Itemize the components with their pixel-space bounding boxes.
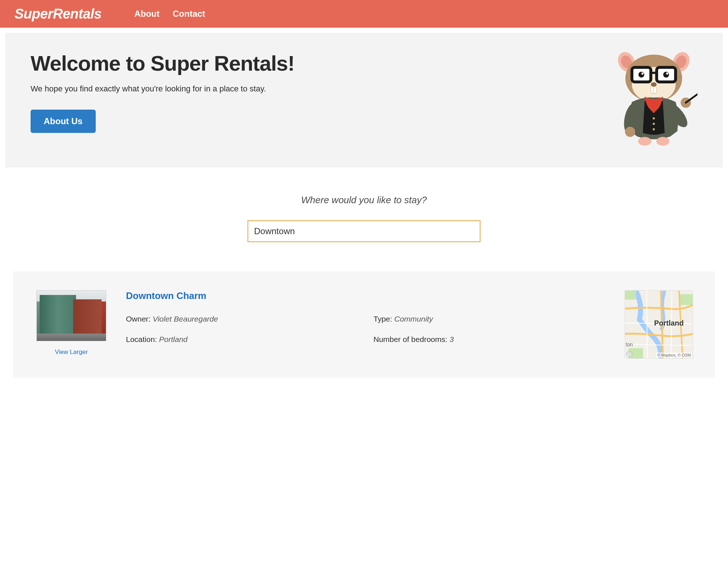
logo[interactable]: SuperRentals — [15, 6, 102, 22]
detail-location-value: Portland — [159, 335, 187, 343]
view-larger-link[interactable]: View Larger — [55, 349, 88, 356]
jumbo: Welcome to Super Rentals! We hope you fi… — [5, 33, 723, 168]
svg-line-23 — [686, 91, 697, 103]
listing-details: Downtown Charm Owner: Violet Beauregarde… — [126, 290, 606, 359]
listing-title[interactable]: Downtown Charm — [126, 290, 606, 302]
map-info-icon[interactable]: ⓘ — [626, 351, 632, 357]
detail-bedrooms: Number of bedrooms: 3 — [373, 335, 606, 344]
listing-map[interactable]: Portland ton © Mapbox, © OSM ⓘ — [625, 290, 693, 359]
detail-owner: Owner: Violet Beauregarde — [126, 315, 359, 323]
detail-location: Location: Portland — [126, 335, 359, 344]
jumbo-title: Welcome to Super Rentals! — [31, 51, 294, 75]
listing-image-column: View Larger — [35, 290, 108, 359]
svg-rect-28 — [679, 294, 693, 305]
detail-type-value: Community — [394, 315, 433, 323]
svg-rect-27 — [625, 291, 636, 300]
search-section: Where would you like to stay? — [0, 173, 728, 260]
about-us-button[interactable]: About Us — [31, 110, 96, 133]
detail-bedrooms-label: Number of bedrooms: — [373, 335, 447, 343]
map-alt-label: ton — [626, 342, 633, 347]
detail-type: Type: Community — [373, 315, 606, 323]
svg-point-24 — [638, 137, 651, 146]
search-input[interactable] — [248, 220, 480, 242]
svg-point-9 — [638, 72, 644, 78]
svg-point-11 — [641, 72, 644, 75]
svg-point-16 — [653, 117, 655, 119]
svg-point-18 — [653, 128, 655, 130]
nav-links: About Contact — [134, 9, 205, 19]
map-city-label: Portland — [654, 319, 684, 327]
detail-owner-label: Owner: — [126, 315, 151, 323]
listing: View Larger Downtown Charm Owner: Violet… — [13, 271, 715, 378]
detail-location-label: Location: — [126, 335, 157, 343]
svg-point-13 — [651, 82, 657, 87]
map-attribution: © Mapbox, © OSM — [656, 353, 692, 358]
topbar: SuperRentals About Contact — [0, 0, 728, 28]
details-grid: Owner: Violet Beauregarde Type: Communit… — [126, 315, 606, 344]
detail-owner-value: Violet Beauregarde — [153, 315, 218, 323]
detail-bedrooms-value: 3 — [450, 335, 454, 343]
detail-type-label: Type: — [373, 315, 392, 323]
jumbo-content: Welcome to Super Rentals! We hope you fi… — [31, 51, 294, 133]
svg-point-25 — [656, 137, 669, 146]
svg-point-12 — [666, 72, 668, 75]
jumbo-tagline: We hope you find exactly what you're loo… — [31, 84, 294, 94]
svg-point-10 — [663, 72, 669, 78]
listing-thumbnail[interactable] — [36, 290, 106, 341]
search-label: Where would you like to stay? — [0, 194, 728, 206]
svg-point-21 — [625, 127, 635, 137]
tomster-mascot-icon — [610, 51, 697, 146]
nav-link-about[interactable]: About — [134, 9, 159, 19]
nav-link-contact[interactable]: Contact — [173, 9, 205, 19]
svg-point-17 — [653, 123, 655, 125]
